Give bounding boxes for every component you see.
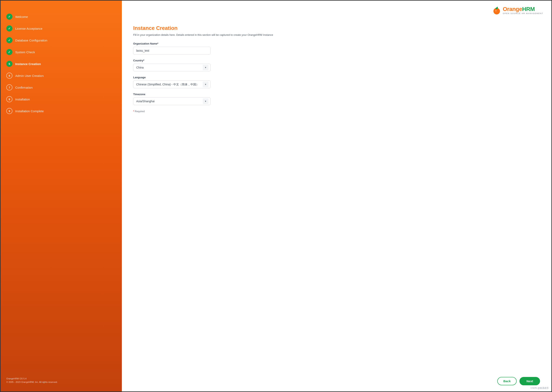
sidebar-item-system-check[interactable]: System Check bbox=[1, 46, 122, 58]
logo-orange: Orange bbox=[503, 6, 522, 12]
checkmark-icon-4 bbox=[8, 50, 11, 54]
step-circle-1 bbox=[6, 14, 12, 20]
checkmark-icon-2 bbox=[8, 27, 11, 30]
step-number-5: 5 bbox=[8, 63, 10, 65]
step-circle-5: 5 bbox=[6, 61, 12, 67]
logo: OrangeHRM OPEN SOURCE HR MANAGEMENT bbox=[492, 6, 543, 15]
country-label: Country* bbox=[133, 59, 540, 62]
org-name-group: Organization Name* bbox=[133, 42, 540, 55]
sidebar-label-database: Database Configuration bbox=[15, 39, 47, 42]
page-description: Fill in your organization details here. … bbox=[133, 33, 540, 36]
sidebar-item-installation[interactable]: 8 Installation bbox=[1, 93, 122, 105]
required-note: * Required bbox=[133, 110, 540, 113]
step-circle-8: 8 bbox=[6, 96, 12, 102]
timezone-label: Timezone bbox=[133, 93, 540, 96]
step-circle-4 bbox=[6, 49, 12, 55]
sidebar-item-welcome[interactable]: Welcome bbox=[1, 11, 122, 22]
step-circle-9: 9 bbox=[6, 108, 12, 114]
step-circle-3 bbox=[6, 37, 12, 43]
step-number-7: 7 bbox=[8, 86, 10, 89]
country-group: Country* China ▼ bbox=[133, 59, 540, 71]
sidebar-item-admin-user[interactable]: 6 Admin User Creation bbox=[1, 70, 122, 82]
logo-subtitle: OPEN SOURCE HR MANAGEMENT bbox=[503, 13, 543, 15]
timezone-select-wrapper: Asia/Shanghai ▼ bbox=[133, 97, 211, 105]
sidebar-nav: Welcome License Acceptance Database Conf… bbox=[1, 7, 122, 374]
main-content: OrangeHRM OPEN SOURCE HR MANAGEMENT Inst… bbox=[122, 1, 551, 391]
org-name-label: Organization Name* bbox=[133, 42, 540, 45]
step-circle-2 bbox=[6, 25, 12, 32]
footer-line2: © 2005 - 2023 OrangeHRM, Inc. All rights… bbox=[6, 380, 116, 384]
step-circle-6: 6 bbox=[6, 73, 12, 79]
sidebar-item-instance[interactable]: 5 Instance Creation bbox=[1, 58, 122, 70]
sidebar-label-instance: Instance Creation bbox=[15, 62, 41, 66]
sidebar-label-admin-user: Admin User Creation bbox=[15, 74, 43, 77]
checkmark-icon bbox=[8, 15, 11, 18]
sidebar: Welcome License Acceptance Database Conf… bbox=[1, 1, 122, 391]
sidebar-label-welcome: Welcome bbox=[15, 15, 28, 19]
content-area: Instance Creation Fill in your organizat… bbox=[122, 19, 551, 373]
timezone-select[interactable]: Asia/Shanghai bbox=[133, 97, 211, 105]
country-select-wrapper: China ▼ bbox=[133, 64, 211, 71]
footer-line1: OrangeHRM OS 5.4 bbox=[6, 377, 116, 381]
sidebar-item-installation-complete[interactable]: 9 Installation Complete bbox=[1, 105, 122, 117]
language-select-wrapper: Chinese (Simplified, China) - 中文（简体，中国） … bbox=[133, 81, 211, 88]
step-number-9: 9 bbox=[8, 110, 10, 113]
next-button[interactable]: Next bbox=[519, 377, 540, 385]
language-label: Language bbox=[133, 76, 540, 79]
logo-green: HRM bbox=[522, 6, 535, 12]
sidebar-footer: OrangeHRM OS 5.4 © 2005 - 2023 OrangeHRM… bbox=[1, 374, 122, 387]
watermark: CSDN @杨涌老苏 bbox=[531, 386, 549, 390]
orange-logo-icon bbox=[492, 6, 502, 15]
sidebar-item-license[interactable]: License Acceptance bbox=[1, 22, 122, 34]
sidebar-label-installation: Installation bbox=[15, 98, 30, 101]
sidebar-item-database[interactable]: Database Configuration bbox=[1, 34, 122, 46]
sidebar-label-license: License Acceptance bbox=[15, 27, 42, 30]
step-number-8: 8 bbox=[8, 98, 10, 101]
checkmark-icon-3 bbox=[8, 39, 11, 42]
logo-text: OrangeHRM OPEN SOURCE HR MANAGEMENT bbox=[503, 6, 543, 15]
sidebar-label-system-check: System Check bbox=[15, 50, 35, 54]
back-button[interactable]: Back bbox=[497, 377, 517, 385]
timezone-group: Timezone Asia/Shanghai ▼ bbox=[133, 93, 540, 105]
page-title: Instance Creation bbox=[133, 25, 540, 31]
language-select[interactable]: Chinese (Simplified, China) - 中文（简体，中国） bbox=[133, 81, 211, 88]
logo-name: OrangeHRM bbox=[503, 6, 543, 12]
language-group: Language Chinese (Simplified, China) - 中… bbox=[133, 76, 540, 88]
svg-point-3 bbox=[495, 10, 497, 12]
sidebar-item-confirmation[interactable]: 7 Confirmation bbox=[1, 82, 122, 93]
org-name-input[interactable] bbox=[133, 47, 211, 55]
step-number-6: 6 bbox=[8, 74, 10, 77]
step-circle-7: 7 bbox=[6, 84, 12, 91]
footer-actions: Back Next bbox=[122, 373, 551, 391]
sidebar-label-installation-complete: Installation Complete bbox=[15, 109, 44, 113]
country-select[interactable]: China bbox=[133, 64, 211, 71]
header: OrangeHRM OPEN SOURCE HR MANAGEMENT bbox=[122, 1, 551, 19]
sidebar-label-confirmation: Confirmation bbox=[15, 86, 33, 89]
